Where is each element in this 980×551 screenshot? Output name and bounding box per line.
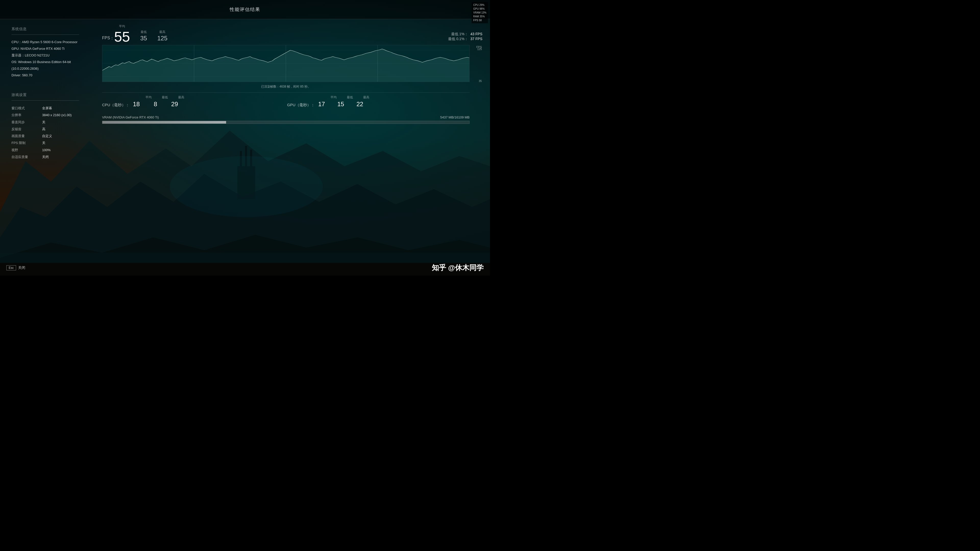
settings-row: 分辨率3840 x 2160 (x1.00) [11,111,86,118]
left-panel: 系统信息 CPU：AMD Ryzen 5 5600 6-Core Process… [0,19,97,276]
system-info-items: CPU：AMD Ryzen 5 5600 6-Core Processor GP… [11,39,86,79]
rendered-frames-text: 已渲染帧数：4638 帧，耗时 85 秒。 [102,84,469,89]
cpu-avg-value: 18 [132,100,141,108]
cpu-min-value: 8 [151,100,160,108]
system-overlay: CPU 29% GPU 98% VRAM 13% RAM 35% FPS 58 [472,2,488,23]
fps-chart-wrapper: FPS 125 35 [102,45,469,83]
overlay-fps: FPS 58 [473,18,487,22]
system-os: OS: Windows 10 Business Edition 64-bit (… [11,59,86,72]
close-label: 关闭 [18,266,25,270]
system-display: 显示器：LECOO N2721U [11,52,86,59]
game-settings-title: 游戏设置 [11,93,86,97]
gpu-min-header: 最低 [347,95,353,100]
vram-label: VRAM (NVIDIA GeForce RTX 4060 Ti) [102,115,159,119]
fps-chart [102,45,469,82]
fps-low01-label: 最低 0.1%： [448,37,468,41]
fps-min-header: 最低 [141,30,147,34]
gpu-avg-value: 17 [317,100,326,108]
settings-row: 窗口模式全屏幕 [11,105,86,111]
overlay-ram: RAM 35% [473,14,487,18]
system-cpu: CPU：AMD Ryzen 5 5600 6-Core Processor [11,39,86,45]
cpu-timing-headers: 平均 最低 最高 [145,95,285,100]
timing-divider [102,92,469,93]
settings-row: 自适应质量关闭 [11,153,86,160]
system-driver: Driver: 560.70 [11,72,86,79]
watermark: 知乎 @休木同学 [432,263,484,273]
fps-low01-value: 37 FPS [470,37,482,41]
gpu-timing-nums: 17 15 22 [317,100,364,108]
vram-fill [102,121,226,124]
vram-section: VRAM (NVIDIA GeForce RTX 4060 Ti) 5437 M… [102,113,469,126]
fps-avg-header: 平均 [119,24,125,29]
chart-min-label: 35 [479,80,482,83]
chart-max-label: 125 [477,48,482,51]
timing-row: 平均 最低 最高 CPU（毫秒）： 18 8 29 平均 最低 [102,95,469,108]
system-info-title: 系统信息 [11,27,86,32]
fps-min-value: 35 [140,35,147,42]
gpu-timing-values-row: GPU（毫秒）： 17 15 22 [287,100,469,108]
fps-low1-label: 最低 1%： [451,32,468,36]
settings-row: 视野100% [11,147,86,153]
title-bar: 性能评估结果 [0,0,490,19]
system-gpu: GPU: NVIDIA GeForce RTX 4060 Ti [11,45,86,52]
vram-header: VRAM (NVIDIA GeForce RTX 4060 Ti) 5437 M… [102,115,469,119]
gpu-timing-block: 平均 最低 最高 GPU（毫秒）： 17 15 22 [287,95,469,108]
fps-low1-row: 最低 1%： 43 FPS [448,32,482,37]
game-settings-section: 游戏设置 窗口模式全屏幕分辨率3840 x 2160 (x1.00)垂直同步关反… [11,93,86,160]
gpu-max-header: 最高 [363,95,369,100]
vram-usage: 5437 MB/16109 MB [440,115,469,119]
main-content: 系统信息 CPU：AMD Ryzen 5 5600 6-Core Process… [0,19,490,276]
gpu-timing-label: GPU（毫秒）： [287,103,315,107]
settings-row: 反锯齿高 [11,126,86,132]
system-info-section: 系统信息 CPU：AMD Ryzen 5 5600 6-Core Process… [11,27,86,79]
bottom-bar: Esc 关闭 知乎 @休木同学 [0,260,490,276]
overlay-vram: VRAM 13% [473,11,487,14]
fps-low1-value: 43 FPS [470,32,482,36]
overlay-gpu: GPU 98% [473,7,487,11]
gpu-min-value: 15 [336,100,345,108]
close-button-group[interactable]: Esc 关闭 [6,265,25,271]
cpu-timing-nums: 18 8 29 [132,100,179,108]
settings-row: 垂直同步关 [11,119,86,126]
fps-max-header: 最高 [159,30,165,34]
overlay-cpu: CPU 29% [473,3,487,7]
cpu-max-header: 最高 [178,95,184,100]
cpu-min-header: 最低 [162,95,168,100]
gpu-timing-headers: 平均 最低 最高 [331,95,469,100]
settings-table: 窗口模式全屏幕分辨率3840 x 2160 (x1.00)垂直同步关反锯齿高画面… [11,105,86,160]
settings-row: FPS 限制关 [11,139,86,146]
gpu-avg-header: 平均 [331,95,337,100]
cpu-max-value: 29 [170,100,179,108]
gpu-max-value: 22 [355,100,364,108]
fps-max-value: 125 [157,35,167,42]
fps-avg-value: 55 [114,30,130,44]
cpu-timing-block: 平均 最低 最高 CPU（毫秒）： 18 8 29 [102,95,285,108]
cpu-avg-header: 平均 [145,95,151,100]
esc-key[interactable]: Esc [6,265,16,271]
cpu-timing-values-row: CPU（毫秒）： 18 8 29 [102,100,285,108]
fps-label: FPS： [102,35,114,41]
settings-row: 画面质量自定义 [11,132,86,139]
fps-chart-svg [102,45,469,82]
right-panel: FPS： 平均 55 最低 35 最高 125 [97,19,490,276]
vram-bar [102,121,469,124]
fps-low01-row: 最低 0.1%： 37 FPS [448,37,482,41]
cpu-timing-label: CPU（毫秒）： [102,103,129,107]
page-title: 性能评估结果 [230,6,260,13]
